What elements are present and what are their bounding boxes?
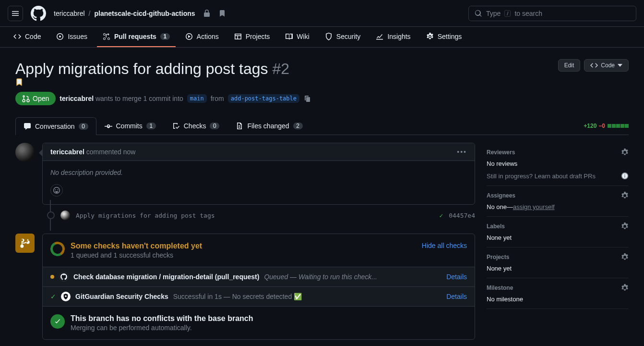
no-conflicts-subtitle: Merging can be performed automatically. <box>71 324 253 332</box>
tab-issues[interactable]: Issues <box>50 27 93 47</box>
chevron-down-icon <box>618 64 622 67</box>
svg-point-0 <box>65 295 67 297</box>
details-link[interactable]: Details <box>446 293 467 300</box>
pr-actions: Edit Code <box>558 59 629 72</box>
gear-icon[interactable] <box>621 253 629 261</box>
gitguardian-icon <box>62 293 69 300</box>
breadcrumb: tericcabrel / planetscale-cicd-github-ac… <box>54 10 226 17</box>
tab-actions[interactable]: Actions <box>179 27 225 47</box>
assignees-heading[interactable]: Assignees <box>487 192 515 199</box>
tab-code[interactable]: Code <box>8 27 47 47</box>
table-icon <box>234 33 242 40</box>
timeline-commit: Apply migrations for adding post tags ✓ … <box>15 205 475 226</box>
comment-author[interactable]: tericcabrel <box>50 148 84 156</box>
diff-squares <box>607 123 629 129</box>
comment-icon <box>24 123 31 130</box>
pr-tabs: Conversation0 Commits1 Checks0 Files cha… <box>15 117 629 135</box>
comment-time[interactable]: now <box>123 148 136 156</box>
hamburger-menu-button[interactable] <box>8 6 23 21</box>
hide-checks-link[interactable]: Hide all checks <box>422 242 467 249</box>
merge-icon-box <box>15 234 35 253</box>
no-conflicts-title: This branch has no conflicts with the ba… <box>71 314 253 323</box>
gear-icon[interactable] <box>621 284 629 292</box>
git-merge-icon <box>20 238 30 248</box>
bookmark-icon[interactable] <box>15 78 293 86</box>
edit-button[interactable]: Edit <box>558 59 581 72</box>
avatar[interactable] <box>60 210 70 220</box>
draft-link[interactable]: Learn about draft PRs <box>535 173 621 180</box>
check-icon[interactable]: ✓ <box>439 212 443 219</box>
deletions: −0 <box>598 123 605 129</box>
check-row: ✓ GitGuardian Security Checks Successful… <box>43 287 475 307</box>
gear-icon[interactable] <box>621 192 629 199</box>
details-link[interactable]: Details <box>446 273 467 281</box>
github-logo[interactable] <box>31 6 46 21</box>
commit-icon <box>105 122 112 130</box>
tab-conversation[interactable]: Conversation0 <box>15 117 96 135</box>
repo-nav: Code Issues Pull requests1 Actions Proje… <box>0 27 644 48</box>
assignees-text: No one— <box>487 203 513 210</box>
play-icon <box>185 33 193 40</box>
tab-wiki[interactable]: Wiki <box>279 27 315 47</box>
projects-text: None yet <box>487 265 629 272</box>
check-avatar <box>61 292 71 301</box>
check-name[interactable]: Check database migration / migration-det… <box>73 273 259 281</box>
gear-icon[interactable] <box>621 222 629 230</box>
pr-sidebar: Reviewers No reviews Still in progress? … <box>487 143 629 340</box>
code-icon <box>13 33 21 40</box>
search-placeholder-suffix: to search <box>514 10 542 17</box>
add-reaction-button[interactable] <box>50 184 63 197</box>
comment-header: tericcabrel commented now ••• <box>43 143 475 161</box>
head-branch[interactable]: add-post-tags-table <box>228 94 299 103</box>
tab-commits[interactable]: Commits1 <box>96 117 164 135</box>
breadcrumb-repo[interactable]: planetscale-cicd-github-actions <box>94 10 195 17</box>
tab-projects[interactable]: Projects <box>228 27 276 47</box>
base-branch[interactable]: main <box>187 94 207 103</box>
hamburger-icon <box>12 10 19 17</box>
commit-message[interactable]: Apply migrations for adding post tags <box>76 212 215 219</box>
lock-icon <box>203 10 211 17</box>
tab-settings[interactable]: Settings <box>420 27 468 47</box>
copy-icon[interactable] <box>303 95 311 102</box>
pr-author[interactable]: tericcabrel <box>60 95 94 102</box>
milestone-heading[interactable]: Milestone <box>487 284 513 291</box>
breadcrumb-owner[interactable]: tericcabrel <box>54 10 85 17</box>
reviewers-text: No reviews <box>487 160 629 167</box>
merge-status-box: Some checks haven't completed yet 1 queu… <box>15 234 475 340</box>
code-dropdown-button[interactable]: Code <box>584 59 629 72</box>
pr-meta: Open tericcabrel wants to merge 1 commit… <box>15 92 629 105</box>
tab-security[interactable]: Security <box>319 27 367 47</box>
avatar[interactable] <box>15 143 35 162</box>
tab-insights[interactable]: Insights <box>370 27 416 47</box>
pr-header: Apply migrations for adding post tags #2… <box>15 59 629 86</box>
search-placeholder-prefix: Type <box>486 10 501 17</box>
tab-pull-requests[interactable]: Pull requests1 <box>97 27 176 47</box>
check-status: Successful in 1s — No secrets detected ✅ <box>173 293 302 300</box>
smiley-icon <box>53 186 60 194</box>
breadcrumb-separator: / <box>89 10 91 17</box>
projects-heading[interactable]: Projects <box>487 254 509 260</box>
pull-request-icon <box>103 33 110 40</box>
pull-requests-count: 1 <box>160 33 170 40</box>
code-icon <box>590 62 598 69</box>
info-icon[interactable] <box>621 172 629 180</box>
checklist-icon <box>172 122 180 130</box>
assign-yourself-link[interactable]: assign yourself <box>513 203 555 210</box>
milestone-text: No milestone <box>487 296 629 303</box>
check-avatar <box>59 272 69 282</box>
bookmark-icon[interactable] <box>218 10 226 17</box>
check-row: Check database migration / migration-det… <box>43 267 475 287</box>
github-mark-icon <box>31 6 46 21</box>
comment-menu-button[interactable]: ••• <box>457 148 467 156</box>
reviewers-heading[interactable]: Reviewers <box>487 149 515 156</box>
success-circle-icon <box>50 314 65 329</box>
check-name[interactable]: GitGuardian Security Checks <box>75 293 168 300</box>
tab-files-changed[interactable]: Files changed2 <box>227 117 310 135</box>
search-input[interactable]: Type / to search <box>468 6 636 21</box>
commit-sha[interactable]: 04457e4 <box>449 212 475 219</box>
labels-heading[interactable]: Labels <box>487 223 505 230</box>
gear-icon[interactable] <box>621 148 629 156</box>
tab-checks[interactable]: Checks0 <box>164 117 228 135</box>
top-bar: tericcabrel / planetscale-cicd-github-ac… <box>0 0 644 27</box>
diffstat: +120 −0 <box>584 123 629 129</box>
